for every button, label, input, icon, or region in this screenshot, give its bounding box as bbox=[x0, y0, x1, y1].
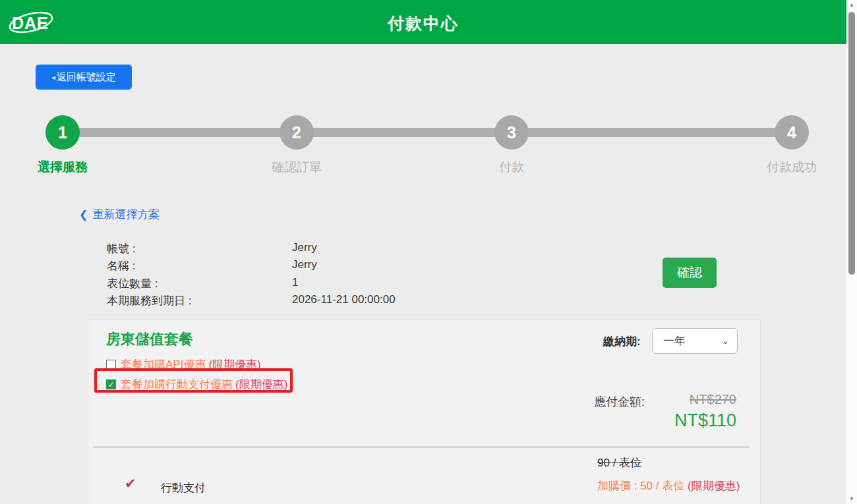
stepper-connector bbox=[63, 128, 792, 137]
step-1-label: 選擇服務 bbox=[16, 159, 109, 176]
step-1-circle: 1 bbox=[45, 115, 80, 150]
mobile-pay-discount-checkbox[interactable]: ✓ bbox=[106, 379, 116, 389]
amount-final: NT$110 bbox=[674, 410, 736, 431]
step-1-number: 1 bbox=[58, 123, 67, 142]
scrollbar-thumb[interactable] bbox=[848, 12, 855, 275]
step-3-label: 付款 bbox=[465, 159, 558, 176]
meter-count-value: 1 bbox=[292, 276, 298, 289]
amount-due-label: 應付金額: bbox=[594, 394, 645, 410]
item-price-addon: 加購價 : 50 / 表位 (限期優惠) bbox=[597, 478, 740, 493]
step-2-circle: 2 bbox=[280, 115, 314, 150]
step-4-number: 4 bbox=[787, 123, 796, 142]
back-button-label: 返回帳號設定 bbox=[57, 71, 116, 84]
step-4-label: 付款成功 bbox=[746, 159, 838, 176]
account-id-value: Jerry bbox=[292, 241, 317, 254]
payment-center-page: DAE 付款中心 ◂ 返回帳號設定 1 2 3 4 選擇服務 確認訂單 付款 付… bbox=[0, 0, 857, 504]
page-title: 付款中心 bbox=[0, 13, 846, 34]
card-divider bbox=[93, 447, 749, 447]
vertical-scrollbar[interactable]: ▲ ▼ bbox=[846, 0, 857, 504]
check-icon: ✓ bbox=[107, 380, 114, 389]
back-arrow-icon: ◂ bbox=[51, 73, 55, 82]
step-2-label: 確認訂單 bbox=[251, 159, 343, 176]
api-discount-checkbox[interactable] bbox=[106, 360, 116, 370]
api-discount-note: (限期優惠) bbox=[208, 357, 260, 372]
service-expiry-value: 2026-11-21 00:00:00 bbox=[292, 293, 396, 306]
package-title: 房東儲值套餐 bbox=[106, 329, 193, 349]
account-name-label: 名稱 : bbox=[107, 258, 135, 273]
item-price-addon-text: 加購價 : 50 / 表位 bbox=[597, 480, 688, 492]
package-card: 房東儲值套餐 套餐加購API優惠 (限期優惠) ✓ 套餐加購行動支付優惠 (限期… bbox=[88, 320, 761, 504]
account-id-label: 帳號 : bbox=[107, 241, 135, 256]
item-checkmark-icon: ✔ bbox=[125, 476, 136, 491]
option-api-discount[interactable]: 套餐加購API優惠 (限期優惠) bbox=[106, 357, 261, 372]
step-2-number: 2 bbox=[292, 123, 301, 142]
back-to-account-settings-button[interactable]: ◂ 返回帳號設定 bbox=[36, 65, 132, 90]
scroll-down-icon[interactable]: ▼ bbox=[846, 495, 857, 502]
payment-period-select[interactable]: 一年 ⌄ bbox=[652, 328, 738, 354]
amount-original: NT$270 bbox=[690, 392, 736, 407]
reselect-plan-link[interactable]: ❮ 重新選擇方案 bbox=[79, 207, 160, 222]
payment-period-value: 一年 bbox=[663, 333, 722, 349]
service-expiry-label: 本期服務到期日 : bbox=[107, 293, 191, 308]
item-name: 行動支付 bbox=[161, 480, 206, 495]
item-price-addon-note: (限期優惠) bbox=[688, 480, 740, 492]
payment-period-label: 繳納期: bbox=[603, 334, 641, 349]
app-header: DAE 付款中心 bbox=[0, 0, 846, 44]
chevron-down-icon: ⌄ bbox=[722, 336, 729, 346]
meter-count-label: 表位數量 : bbox=[107, 276, 158, 291]
step-3-number: 3 bbox=[507, 123, 516, 142]
mobile-pay-discount-label: 套餐加購行動支付優惠 bbox=[121, 377, 233, 392]
option-mobile-pay-discount[interactable]: ✓ 套餐加購行動支付優惠 (限期優惠) bbox=[106, 377, 287, 392]
item-price-original: 90 / 表位 bbox=[597, 455, 641, 470]
step-3-circle: 3 bbox=[494, 115, 529, 150]
api-discount-label: 套餐加購API優惠 bbox=[121, 357, 206, 372]
scroll-up-icon[interactable]: ▲ bbox=[846, 1, 857, 8]
confirm-button[interactable]: 確認 bbox=[663, 258, 717, 288]
account-name-value: Jerry bbox=[292, 258, 317, 271]
reselect-plan-label: 重新選擇方案 bbox=[92, 207, 160, 222]
step-4-circle: 4 bbox=[775, 115, 809, 150]
chevron-left-icon: ❮ bbox=[79, 208, 88, 221]
mobile-pay-discount-note: (限期優惠) bbox=[235, 377, 287, 392]
